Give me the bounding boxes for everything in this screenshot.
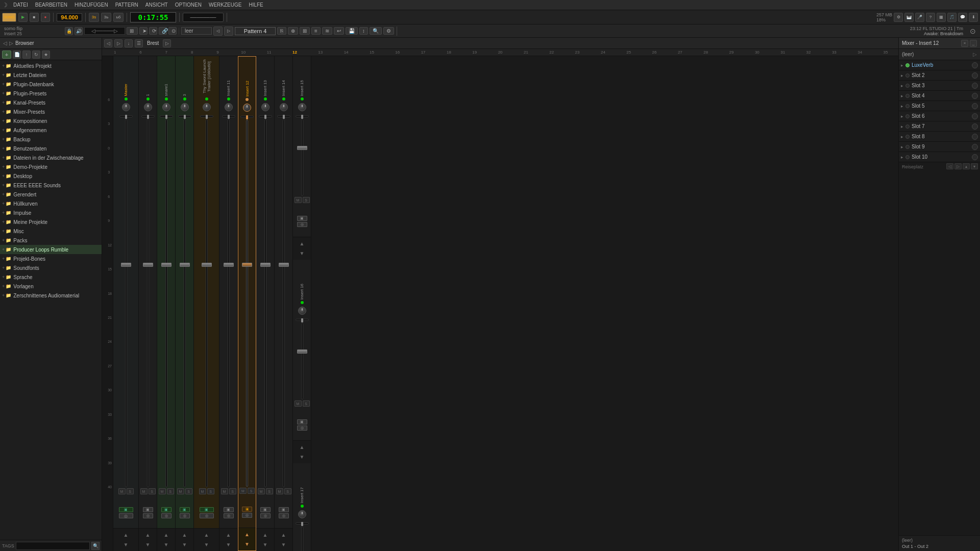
sends-nav-btn1[interactable]: ◁ (946, 163, 953, 169)
pan-slider[interactable] (222, 115, 235, 117)
download-icon[interactable]: ⬇ (969, 13, 978, 22)
settings-icon[interactable]: ⚙ (894, 13, 903, 22)
route-up-icon[interactable]: ▲ (204, 532, 209, 538)
route-up-icon[interactable]: ▲ (182, 532, 187, 538)
tb-link-btn[interactable]: 🔗 (159, 27, 167, 35)
channel-route-btn[interactable]: ◎ (224, 513, 234, 518)
volume-knob[interactable] (298, 307, 306, 315)
route-up-icon[interactable]: ▲ (145, 532, 151, 538)
channel-number-btn[interactable]: ▣ (224, 507, 234, 512)
fader-thumb[interactable] (260, 263, 271, 267)
tb-loop-btn[interactable]: ⟳ (149, 27, 157, 35)
mute-btn[interactable]: M (221, 488, 228, 494)
volume-knob[interactable] (162, 103, 170, 111)
volume-knob[interactable] (280, 103, 288, 111)
tb-undo-btn[interactable]: ↩ (334, 27, 344, 35)
solo-btn[interactable]: S (248, 488, 255, 494)
channel-insert13[interactable]: Insert 13 MS ▣◎ ▲▼ (256, 56, 275, 551)
tree-item-benutzerdaten[interactable]: + 📁 Benutzerdaten (0, 144, 102, 153)
route-down-icon[interactable]: ▼ (244, 541, 250, 547)
channel-route-btn[interactable]: ◎ (143, 513, 153, 518)
channel-nav-next[interactable]: ▷ (224, 27, 233, 36)
pan-slider[interactable] (296, 115, 309, 117)
menu-item-datei[interactable]: DATEI (12, 2, 30, 8)
channel-number-btn[interactable]: ▣ (260, 507, 271, 512)
mute-btn[interactable]: M (295, 197, 302, 203)
solo-btn[interactable]: S (303, 197, 310, 203)
browser-file-btn[interactable]: 📄 (13, 51, 21, 59)
slot-bypass-btn[interactable] (972, 83, 978, 89)
solo-btn[interactable]: S (284, 488, 291, 494)
slot-bypass-btn[interactable] (972, 154, 978, 160)
solo-btn[interactable]: S (185, 488, 192, 494)
pan-slider[interactable] (277, 115, 290, 117)
fader-thumb[interactable] (297, 349, 307, 354)
slot-9[interactable]: ▸ Slot 9 (899, 142, 980, 152)
tree-item-soundfonts[interactable]: + 📁 Soundfonts (0, 263, 102, 272)
mute-btn[interactable]: M (118, 488, 126, 494)
pan-slider[interactable] (200, 115, 213, 117)
slot-bypass-btn[interactable] (972, 113, 978, 119)
tree-item-zwischenablage[interactable]: + 📁 Dateien in der Zwischenablage (0, 153, 102, 162)
tb-copy-btn[interactable]: ⎘ (277, 27, 286, 35)
help-icon[interactable]: ? (926, 13, 935, 22)
channel-insert12[interactable]: Insert 12 (238, 56, 256, 551)
route-down-icon[interactable]: ▼ (263, 542, 268, 547)
tree-item-misc[interactable]: + 📁 Misc (0, 227, 102, 236)
tree-item-sprache[interactable]: + 📁 Sprache (0, 272, 102, 282)
mute-btn[interactable]: M (276, 488, 283, 494)
menu-item-hilfe[interactable]: HILFE (247, 2, 264, 8)
sends-nav-btn2[interactable]: ▷ (954, 163, 962, 169)
volume-knob[interactable] (298, 103, 306, 111)
channel-number-btn[interactable]: ▣ (297, 419, 307, 424)
song-mode-btn[interactable]: SONG (2, 13, 16, 22)
tb-eq-btn[interactable]: ≡ (311, 27, 321, 35)
solo-btn[interactable]: S (207, 488, 214, 494)
channel-number-btn[interactable]: ▣ (242, 507, 252, 512)
tree-item-eeee[interactable]: + 📁 EEEE EEEE Sounds (0, 181, 102, 190)
channel-route-btn[interactable]: ◎ (242, 513, 252, 518)
volume-knob[interactable] (122, 103, 130, 111)
pan-slider[interactable] (296, 522, 309, 524)
slot-10[interactable]: ▸ Slot 10 (899, 152, 980, 162)
browser-back-icon[interactable]: ◁ (3, 40, 7, 46)
slot-bypass-btn[interactable] (972, 103, 978, 109)
tb-settings-btn[interactable]: ⚙ (383, 27, 394, 35)
channel-number-btn[interactable]: ▣ (200, 507, 214, 512)
tree-item-backup[interactable]: + 📁 Backup (0, 135, 102, 144)
route-up-icon[interactable]: ▲ (263, 532, 268, 538)
channel-number-btn[interactable]: ▣ (143, 507, 153, 512)
tb-mix-btn[interactable]: ⊕ (288, 27, 298, 35)
solo-btn[interactable]: S (266, 488, 273, 494)
volume-knob[interactable] (298, 510, 306, 518)
browser-add-btn[interactable]: + (2, 51, 11, 59)
tree-item-meine-projekte[interactable]: + 📁 Meine Projekte (0, 217, 102, 227)
channel-selector[interactable]: leer (181, 27, 212, 35)
volume-knob[interactable] (181, 103, 189, 111)
browser-up-btn[interactable]: ↑ (22, 51, 31, 59)
pan-slider[interactable] (119, 115, 133, 117)
menu-item-pattern[interactable]: PATTERN (114, 2, 140, 8)
tree-item-projekt-bones[interactable]: + 📁 Projekt-Bones (0, 254, 102, 263)
volume-knob[interactable] (243, 104, 251, 112)
fader-thumb[interactable] (180, 263, 190, 267)
tree-item-plugin-db[interactable]: + 📁 Plugin-Datenbank (0, 80, 102, 89)
mode-btn[interactable]: ьб (113, 13, 124, 22)
menu-item-optionen[interactable]: OPTIONEN (174, 2, 203, 8)
route-up-icon[interactable]: ▲ (281, 532, 286, 538)
channel-master[interactable]: Master (113, 56, 139, 551)
route-up-icon[interactable]: ▲ (164, 532, 169, 538)
mic-icon[interactable]: 🎤 (915, 13, 924, 22)
channel-3[interactable]: 3 (176, 56, 194, 551)
solo-btn[interactable]: S (149, 488, 156, 494)
browser-star-btn[interactable]: ★ (42, 51, 50, 59)
mixer-save-btn[interactable]: ☰ (135, 39, 143, 47)
pan-slider[interactable] (160, 115, 173, 117)
tb-grid-btn[interactable]: ⊞ (127, 27, 138, 35)
fader-thumb[interactable] (121, 263, 131, 267)
fader-thumb[interactable] (143, 263, 153, 267)
fader-thumb[interactable] (224, 263, 234, 267)
bpm-display[interactable]: 94.000 (57, 13, 82, 21)
record-button[interactable]: ● (41, 13, 50, 22)
volume-knob[interactable] (261, 103, 270, 111)
